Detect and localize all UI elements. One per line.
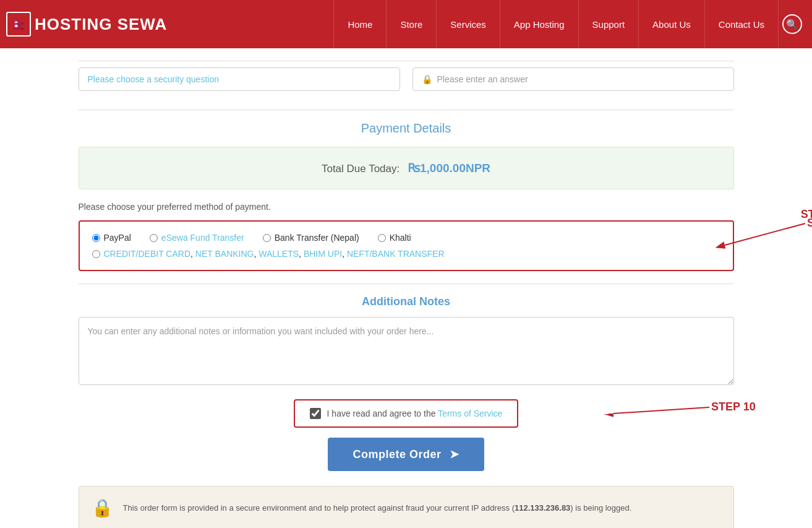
- terms-label[interactable]: I have read and agree to the Terms of Se…: [327, 409, 503, 418]
- radio-bank-transfer[interactable]: Bank Transfer (Nepal): [263, 233, 359, 243]
- payment-row-2: CREDIT/DEBIT CARD, NET BANKING, WALLETS,…: [92, 249, 720, 259]
- payment-section-title: Payment Details: [79, 121, 734, 136]
- svg-line-4: [613, 407, 709, 413]
- security-question-select[interactable]: Please choose a security question: [79, 67, 400, 91]
- total-due-label: Total Due Today:: [322, 163, 400, 175]
- secure-text-2: ) is being logged.: [570, 503, 631, 513]
- main-content: Please choose a security question 🔒 Plea…: [66, 48, 746, 528]
- radio-esewa[interactable]: eSewa Fund Transfer: [150, 233, 244, 243]
- secure-lock-icon: 🔒: [92, 498, 113, 518]
- secure-footer: 🔒 This order form is provided in a secur…: [79, 486, 734, 528]
- search-button[interactable]: 🔍: [779, 0, 806, 48]
- bank-label: Bank Transfer (Nepal): [275, 233, 359, 243]
- nav-items: Home Store Services App Hosting Support …: [186, 0, 806, 48]
- svg-text:STEP 9: STEP 9: [807, 217, 813, 229]
- paypal-label: PayPal: [104, 233, 131, 243]
- additional-notes-textarea[interactable]: [79, 317, 734, 385]
- divider-2: [79, 283, 734, 284]
- divider-1: [79, 110, 734, 110]
- nav-store[interactable]: Store: [387, 0, 437, 48]
- search-icon: 🔍: [782, 14, 802, 34]
- khalti-label: Khalti: [390, 233, 411, 243]
- complete-order-button[interactable]: Complete Order ➤: [328, 438, 484, 471]
- radio-bank-input[interactable]: [263, 234, 271, 242]
- credit-text: CREDIT/DEBIT CARD: [104, 249, 191, 259]
- radio-khalti[interactable]: Khalti: [378, 233, 411, 243]
- payment-options-box: PayPal eSewa Fund Transfer Bank Transfer…: [79, 220, 734, 271]
- security-answer-placeholder: Please enter an answer: [437, 74, 528, 84]
- step10-arrow-svg: STEP 10: [610, 398, 746, 429]
- net-text: NET BANKING: [195, 249, 254, 259]
- radio-paypal-input[interactable]: [92, 234, 100, 242]
- secure-footer-text: This order form is provided in a secure …: [123, 503, 632, 513]
- svg-text:STEP 10: STEP 10: [711, 400, 756, 413]
- total-due-box: Total Due Today: ₨1,000.00NPR: [79, 147, 734, 189]
- radio-credit-input[interactable]: [92, 250, 100, 258]
- radio-esewa-input[interactable]: [150, 234, 158, 242]
- esewa-label: eSewa Fund Transfer: [161, 233, 244, 243]
- btn-arrow-icon: ➤: [450, 448, 459, 461]
- nav-services[interactable]: Services: [437, 0, 500, 48]
- radio-paypal[interactable]: PayPal: [92, 233, 131, 243]
- secure-text-1: This order form is provided in a secure …: [123, 503, 515, 513]
- additional-notes-title: Additional Notes: [79, 295, 734, 308]
- svg-line-1: [725, 223, 805, 245]
- brand-name: HOSTING SEWA: [35, 15, 167, 34]
- complete-order-label: Complete Order: [353, 448, 441, 461]
- radio-credit[interactable]: CREDIT/DEBIT CARD, NET BANKING, WALLETS,…: [92, 249, 445, 259]
- navbar: 🇳🇵 HOSTING SEWA Home Store Services App …: [0, 0, 812, 48]
- credit-label: CREDIT/DEBIT CARD, NET BANKING, WALLETS,…: [104, 249, 445, 259]
- terms-checkbox[interactable]: [310, 408, 321, 419]
- bhim-text: BHIM UPI: [304, 249, 342, 259]
- wallets-text: WALLETS: [259, 249, 299, 259]
- nav-about-us[interactable]: About Us: [639, 0, 705, 48]
- payment-row-1: PayPal eSewa Fund Transfer Bank Transfer…: [92, 233, 720, 243]
- total-due-amount: ₨1,000.00NPR: [408, 162, 490, 175]
- lock-icon: 🔒: [422, 74, 432, 84]
- brand-flag: 🇳🇵: [6, 12, 31, 37]
- terms-link[interactable]: Terms of Service: [438, 409, 502, 418]
- terms-section: I have read and agree to the Terms of Se…: [79, 399, 734, 428]
- secure-ip: 112.133.236.83: [515, 503, 570, 513]
- payment-pref-text: Please choose your preferred method of p…: [79, 202, 734, 212]
- nav-contact-us[interactable]: Contact Us: [705, 0, 779, 48]
- terms-box: I have read and agree to the Terms of Se…: [294, 399, 519, 428]
- nav-support[interactable]: Support: [579, 0, 639, 48]
- security-answer-input-wrapper: 🔒 Please enter an answer: [412, 67, 734, 91]
- security-row: Please choose a security question 🔒 Plea…: [79, 61, 734, 91]
- nav-home[interactable]: Home: [333, 0, 387, 48]
- step9-label: STEP 9: [801, 208, 812, 221]
- brand[interactable]: 🇳🇵 HOSTING SEWA: [6, 12, 167, 37]
- neft-text: NEFT/BANK TRANSFER: [347, 249, 445, 259]
- radio-khalti-input[interactable]: [378, 234, 386, 242]
- nav-app-hosting[interactable]: App Hosting: [500, 0, 579, 48]
